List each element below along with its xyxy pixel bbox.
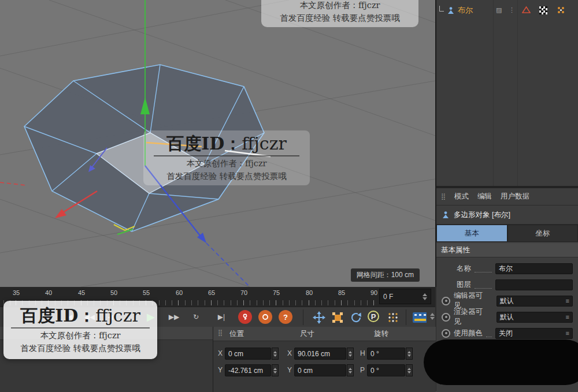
toolbar-stepper[interactable] [430, 313, 435, 320]
rot-h-field[interactable]: 0 ° [367, 348, 405, 360]
watermark-underline [154, 155, 300, 156]
layer-input[interactable] [495, 279, 573, 290]
size-x-field[interactable]: 90.016 cm [294, 348, 346, 360]
loop-button[interactable]: ↻ [187, 309, 205, 324]
watermark-title: 百度ID：ffjczr [6, 306, 155, 326]
field-row-use-color: 使用颜色 关闭 ≡ [436, 326, 578, 341]
record-keyframe-button[interactable] [238, 310, 252, 324]
texture-checker-tag[interactable] [539, 6, 547, 14]
tick-label: 70 [237, 289, 251, 296]
object-title-text: 多边形对象 [布尔] [454, 210, 510, 220]
coordinates-header: ⣿ 位置 尺寸 旋转 [213, 327, 436, 341]
field-row-editor-visible: 编辑器可见 默认 ≡ [436, 293, 578, 308]
name-input[interactable]: 布尔 [495, 263, 573, 274]
object-item-label: 布尔 [458, 5, 473, 16]
tree-connector [439, 6, 444, 12]
pos-x-stepper[interactable] [272, 348, 279, 360]
p-icon: P [371, 312, 376, 321]
rot-h-stepper[interactable] [406, 348, 413, 360]
pos-y-field[interactable]: -42.761 cm [225, 364, 271, 376]
size-y-stepper[interactable] [347, 364, 354, 376]
loop-icon: ↻ [193, 313, 199, 321]
goto-end-button[interactable]: ▶| [213, 309, 230, 324]
tab-basic[interactable]: 基本 [436, 225, 507, 242]
drag-handle-icon[interactable]: ⣿ [441, 193, 446, 200]
section-basic-properties[interactable]: 基本属性 [436, 243, 578, 257]
next-frame-button[interactable]: ▶▶ [165, 309, 183, 324]
frame-stepper[interactable] [423, 293, 427, 300]
size-axis-label: Y [287, 366, 292, 374]
editor-visible-dropdown[interactable]: 默认 ≡ [497, 296, 573, 307]
snap-settings-button[interactable] [386, 311, 400, 324]
dotted-leader [475, 281, 492, 289]
use-color-toggle[interactable] [442, 329, 450, 338]
use-color-dropdown[interactable]: 关闭 ≡ [495, 328, 573, 339]
texture-tag-icon[interactable]: ▨ [496, 6, 502, 14]
column-divider [517, 0, 518, 186]
watermark-author-line: 本文原创作者：ffjczr [266, 0, 414, 11]
polygon-object-icon [442, 211, 450, 219]
move-icon [313, 311, 325, 324]
key-icon [242, 313, 249, 320]
triangle-icon [522, 6, 531, 14]
watermark-top: 百度ID：ffjczr 本文原创作者：ffjczr 首发百度经验 转载要点赞投票… [261, 0, 418, 27]
coordinate-system-button[interactable]: P [368, 311, 379, 322]
move-tool-button[interactable] [312, 311, 326, 324]
dots-tag-icon[interactable]: ⋮ [509, 6, 515, 14]
drag-handle-icon[interactable]: ⣿ [218, 329, 223, 337]
menu-mode[interactable]: 模式 [454, 192, 469, 201]
field-row-name: 名称 布尔 [436, 261, 578, 276]
menu-lines-icon: ≡ [566, 313, 569, 320]
pos-axis-label: X [218, 349, 223, 357]
scale-icon [331, 311, 344, 324]
rot-p-stepper[interactable] [406, 364, 413, 376]
toolbar-divider [406, 309, 406, 325]
watermark-bottom: 百度ID：ffjczr 本文原创作者：ffjczr 首发百度经验 转载要点赞投票… [3, 301, 157, 359]
polygon-object-icon [447, 6, 455, 14]
size-x-stepper[interactable] [347, 348, 354, 360]
scale-tool-button[interactable] [331, 311, 344, 324]
rot-axis-label: H [360, 349, 365, 357]
column-divider [493, 0, 494, 186]
rotate-tool-button[interactable] [349, 311, 363, 324]
renderer-visible-value: 默认 [500, 312, 514, 322]
coordinates-panel: ⣿ 位置 尺寸 旋转 X 0 cm X 90.016 cm H 0 ° Y -4… [213, 327, 436, 392]
menu-user-data[interactable]: 用户数据 [501, 192, 529, 201]
renderer-visible-label: 渲染器可见 [454, 307, 490, 327]
menu-lines-icon: ≡ [566, 297, 569, 304]
pos-axis-label: Y [218, 366, 223, 374]
size-header: 尺寸 [300, 329, 314, 339]
renderer-visible-dropdown[interactable]: 默认 ≡ [497, 312, 573, 323]
menu-edit[interactable]: 编辑 [477, 192, 492, 201]
tick-label: 60 [172, 289, 186, 296]
keyframe-selection-button[interactable]: ? [279, 310, 292, 324]
pos-y-stepper[interactable] [272, 364, 279, 376]
polygon-state-tag[interactable] [522, 6, 531, 16]
phong-tag[interactable] [557, 6, 565, 17]
attribute-menu-bar: ⣿ 模式 编辑 用户数据 [436, 188, 578, 206]
use-color-value: 关闭 [499, 328, 513, 338]
tick-label: 45 [75, 289, 88, 296]
watermark-author-line: 本文原创作者：ffjczr [148, 158, 305, 169]
pos-x-field[interactable]: 0 cm [225, 348, 271, 360]
current-frame-field[interactable]: 0 F [379, 289, 431, 304]
ring-icon [262, 313, 269, 320]
x-axis-dashed-line [0, 182, 27, 185]
rot-p-field[interactable]: 0 ° [367, 364, 405, 376]
watermark-promo-line: 首发百度经验 转载要点赞投票哦 [148, 171, 305, 182]
tick-label: 35 [9, 289, 23, 296]
render-settings-button[interactable] [413, 311, 427, 324]
film-icon [413, 312, 427, 323]
editor-visible-toggle[interactable] [442, 297, 450, 305]
tick-label: 80 [302, 289, 316, 296]
use-color-label: 使用颜色 [454, 328, 483, 338]
menu-lines-icon: ≡ [566, 330, 569, 337]
size-y-field[interactable]: 0 cm [294, 364, 346, 376]
object-item-boole[interactable]: 布尔 [439, 5, 473, 16]
dotted-leader [486, 330, 492, 337]
autokey-button[interactable] [258, 310, 272, 324]
watermark-promo-line: 首发百度经验 转载要点赞投票哦 [266, 13, 414, 24]
renderer-visible-toggle[interactable] [442, 313, 450, 322]
tab-coordinates[interactable]: 坐标 [507, 225, 578, 242]
right-panel: 布尔 ▨ ⋮ ⣿ 模式 编辑 用户数据 [436, 0, 578, 392]
